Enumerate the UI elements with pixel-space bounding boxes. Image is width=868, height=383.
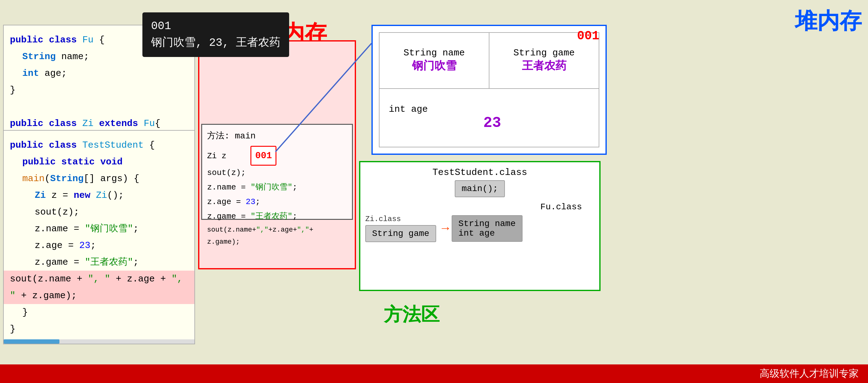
- arrow-icon: →: [442, 222, 449, 236]
- frame-line: z.name = "钢门吹雪";: [207, 180, 347, 195]
- code-line: }: [10, 82, 188, 98]
- heap-col1-header: String name: [382, 48, 486, 58]
- method-area-box: TestStudent.class main(); Fu.class Zi.cl…: [359, 161, 600, 291]
- frame-line: sout(z.name+","+z.age+","+ z.game);: [207, 224, 347, 248]
- method-frame: 方法: main Zi z 001 sout(z); z.name = "钢门吹…: [201, 124, 353, 220]
- method-area-label: 方法区: [384, 302, 440, 327]
- code-line: Zi z = new Zi();: [10, 187, 188, 204]
- bottom-bar: 高级软件人才培训专家: [0, 364, 868, 383]
- frame-line: sout(z);: [207, 166, 347, 180]
- frame-line: z.age = 23;: [207, 195, 347, 209]
- heap-col2-val: 王者农药: [493, 58, 596, 73]
- code-line: z.age = 23;: [10, 237, 188, 254]
- addr-badge: 001: [250, 146, 276, 166]
- code-line: sout(z.name + ", " + z.age + ", " + z.ga…: [4, 271, 194, 304]
- fu-field1: String name: [459, 219, 516, 229]
- main-btn: main();: [455, 180, 505, 197]
- heap-area: 001 String name 钢门吹雪 String game 王者农药 in…: [371, 25, 607, 155]
- code-line: sout(z);: [10, 204, 188, 220]
- heap-row2-header: int age: [389, 104, 596, 115]
- heap-col2-header: String game: [493, 48, 596, 58]
- tooltip-line2: 钢门吹雪, 23, 王者农药: [151, 35, 280, 51]
- ts-class-title: TestStudent.class: [365, 167, 594, 178]
- heap-addr: 001: [577, 29, 599, 43]
- heap-table: String name 钢门吹雪 String game 王者农药 int ag…: [379, 32, 599, 147]
- fu-class-title: Fu.class: [365, 202, 594, 212]
- zi-field: String game: [365, 225, 436, 242]
- code-line: z.name = "钢门吹雪";: [10, 220, 188, 237]
- fu-field2: int age: [459, 229, 495, 238]
- code-line: public class Zi extends Fu{: [10, 115, 188, 132]
- code-line: public static void main(String[] args) {: [10, 154, 188, 187]
- code-line: public class TestStudent {: [10, 137, 188, 154]
- heap-label: 堆内存: [795, 6, 862, 36]
- heap-col1-val: 钢门吹雪: [382, 58, 486, 73]
- code-line: }: [10, 321, 188, 337]
- fu-fields: String name int age: [452, 215, 523, 242]
- frame-line: z.game = "王者农药";: [207, 209, 347, 224]
- tooltip-box: 001 钢门吹雪, 23, 王者农药: [143, 12, 289, 57]
- heap-row2-val: 23: [389, 115, 596, 131]
- code-panel-test: public class TestStudent { public static…: [3, 130, 195, 344]
- code-line: int age;: [10, 65, 188, 82]
- frame-title: 方法: main: [207, 128, 347, 144]
- tooltip-line1: 001: [151, 18, 280, 35]
- code-line: }: [10, 304, 188, 321]
- bottom-bar-text: 高级软件人才培训专家: [760, 367, 859, 381]
- code-line: z.game = "王者农药";: [10, 254, 188, 271]
- frame-var: Zi z 001: [207, 146, 347, 166]
- zi-class-title: Zi.class: [365, 215, 436, 223]
